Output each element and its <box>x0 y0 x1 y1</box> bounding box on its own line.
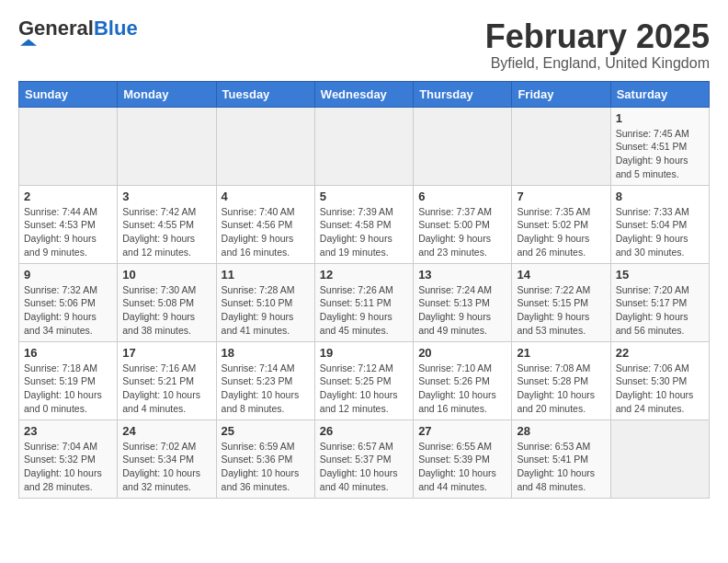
calendar-cell: 11Sunrise: 7:28 AM Sunset: 5:10 PM Dayli… <box>216 263 314 341</box>
calendar-cell: 20Sunrise: 7:10 AM Sunset: 5:26 PM Dayli… <box>414 341 512 419</box>
calendar-week-row: 2Sunrise: 7:44 AM Sunset: 4:53 PM Daylig… <box>19 185 710 263</box>
day-number: 24 <box>122 424 210 438</box>
day-info: Sunrise: 7:20 AM Sunset: 5:17 PM Dayligh… <box>616 283 704 338</box>
day-number: 19 <box>320 346 408 360</box>
day-info: Sunrise: 7:04 AM Sunset: 5:32 PM Dayligh… <box>24 440 112 494</box>
weekday-header: Sunday <box>19 81 118 107</box>
logo-icon <box>20 35 37 52</box>
calendar-cell: 26Sunrise: 6:57 AM Sunset: 5:37 PM Dayli… <box>314 419 413 498</box>
page-header: GeneralBlue February 2025 Byfield, Engla… <box>18 18 710 72</box>
calendar-cell: 4Sunrise: 7:40 AM Sunset: 4:56 PM Daylig… <box>216 185 314 263</box>
calendar-cell: 19Sunrise: 7:12 AM Sunset: 5:25 PM Dayli… <box>314 341 413 419</box>
day-info: Sunrise: 6:55 AM Sunset: 5:39 PM Dayligh… <box>418 440 506 494</box>
day-info: Sunrise: 7:39 AM Sunset: 4:58 PM Dayligh… <box>320 205 408 259</box>
day-number: 17 <box>122 346 210 360</box>
calendar-cell: 6Sunrise: 7:37 AM Sunset: 5:00 PM Daylig… <box>414 185 512 263</box>
calendar-cell: 1Sunrise: 7:45 AM Sunset: 4:51 PM Daylig… <box>610 107 709 185</box>
weekday-header: Friday <box>512 81 610 107</box>
svg-marker-0 <box>20 40 37 46</box>
calendar-cell: 14Sunrise: 7:22 AM Sunset: 5:15 PM Dayli… <box>512 263 610 341</box>
day-number: 13 <box>418 268 506 282</box>
day-number: 9 <box>24 268 112 282</box>
day-info: Sunrise: 7:42 AM Sunset: 4:55 PM Dayligh… <box>122 205 210 259</box>
day-number: 6 <box>418 190 506 203</box>
day-number: 28 <box>517 424 605 438</box>
day-number: 26 <box>320 424 408 438</box>
day-info: Sunrise: 6:53 AM Sunset: 5:41 PM Dayligh… <box>517 440 605 494</box>
calendar-cell: 24Sunrise: 7:02 AM Sunset: 5:34 PM Dayli… <box>118 419 216 498</box>
logo-blue: Blue <box>94 17 138 40</box>
calendar-cell: 12Sunrise: 7:26 AM Sunset: 5:11 PM Dayli… <box>314 263 413 341</box>
calendar-cell: 5Sunrise: 7:39 AM Sunset: 4:58 PM Daylig… <box>314 185 413 263</box>
day-info: Sunrise: 7:14 AM Sunset: 5:23 PM Dayligh… <box>222 362 310 416</box>
calendar-cell <box>118 107 216 185</box>
calendar-cell: 8Sunrise: 7:33 AM Sunset: 5:04 PM Daylig… <box>610 185 709 263</box>
weekday-header: Monday <box>118 81 216 107</box>
calendar-cell: 2Sunrise: 7:44 AM Sunset: 4:53 PM Daylig… <box>19 185 118 263</box>
calendar-cell: 9Sunrise: 7:32 AM Sunset: 5:06 PM Daylig… <box>19 263 118 341</box>
calendar-cell: 10Sunrise: 7:30 AM Sunset: 5:08 PM Dayli… <box>118 263 216 341</box>
weekday-header: Wednesday <box>314 81 413 107</box>
day-number: 21 <box>517 346 605 360</box>
calendar-cell: 23Sunrise: 7:04 AM Sunset: 5:32 PM Dayli… <box>19 419 118 498</box>
day-number: 25 <box>222 424 310 438</box>
calendar-cell: 17Sunrise: 7:16 AM Sunset: 5:21 PM Dayli… <box>118 341 216 419</box>
calendar-cell: 13Sunrise: 7:24 AM Sunset: 5:13 PM Dayli… <box>414 263 512 341</box>
day-info: Sunrise: 7:32 AM Sunset: 5:06 PM Dayligh… <box>24 283 112 338</box>
day-number: 10 <box>122 268 210 282</box>
day-info: Sunrise: 7:18 AM Sunset: 5:19 PM Dayligh… <box>24 362 112 416</box>
calendar-table: SundayMondayTuesdayWednesdayThursdayFrid… <box>18 81 710 499</box>
calendar-cell: 7Sunrise: 7:35 AM Sunset: 5:02 PM Daylig… <box>512 185 610 263</box>
month-title: February 2025 <box>485 18 710 55</box>
day-number: 5 <box>320 190 408 203</box>
calendar-cell: 22Sunrise: 7:06 AM Sunset: 5:30 PM Dayli… <box>610 341 709 419</box>
day-number: 1 <box>616 111 704 125</box>
day-info: Sunrise: 7:40 AM Sunset: 4:56 PM Dayligh… <box>222 205 310 259</box>
day-number: 20 <box>418 346 506 360</box>
calendar-cell: 16Sunrise: 7:18 AM Sunset: 5:19 PM Dayli… <box>19 341 118 419</box>
day-number: 12 <box>320 268 408 282</box>
calendar-cell <box>610 419 709 498</box>
day-info: Sunrise: 7:26 AM Sunset: 5:11 PM Dayligh… <box>320 283 408 338</box>
day-info: Sunrise: 7:33 AM Sunset: 5:04 PM Dayligh… <box>616 205 704 259</box>
calendar-week-row: 9Sunrise: 7:32 AM Sunset: 5:06 PM Daylig… <box>19 263 710 341</box>
calendar-week-row: 23Sunrise: 7:04 AM Sunset: 5:32 PM Dayli… <box>19 419 710 498</box>
day-info: Sunrise: 7:22 AM Sunset: 5:15 PM Dayligh… <box>517 283 605 338</box>
day-number: 22 <box>616 346 704 360</box>
day-info: Sunrise: 7:16 AM Sunset: 5:21 PM Dayligh… <box>122 362 210 416</box>
day-number: 27 <box>418 424 506 438</box>
day-info: Sunrise: 7:08 AM Sunset: 5:28 PM Dayligh… <box>517 362 605 416</box>
day-info: Sunrise: 7:30 AM Sunset: 5:08 PM Dayligh… <box>122 283 210 338</box>
calendar-cell: 21Sunrise: 7:08 AM Sunset: 5:28 PM Dayli… <box>512 341 610 419</box>
day-number: 16 <box>24 346 112 360</box>
day-info: Sunrise: 7:02 AM Sunset: 5:34 PM Dayligh… <box>122 440 210 494</box>
location: Byfield, England, United Kingdom <box>485 55 710 72</box>
day-number: 11 <box>222 268 310 282</box>
day-info: Sunrise: 7:10 AM Sunset: 5:26 PM Dayligh… <box>418 362 506 416</box>
day-number: 14 <box>517 268 605 282</box>
weekday-header: Saturday <box>610 81 709 107</box>
title-block: February 2025 Byfield, England, United K… <box>485 18 710 72</box>
day-number: 8 <box>616 190 704 203</box>
day-info: Sunrise: 7:24 AM Sunset: 5:13 PM Dayligh… <box>418 283 506 338</box>
day-number: 4 <box>222 190 310 203</box>
calendar-header-row: SundayMondayTuesdayWednesdayThursdayFrid… <box>19 81 710 107</box>
day-info: Sunrise: 6:57 AM Sunset: 5:37 PM Dayligh… <box>320 440 408 494</box>
calendar-cell: 3Sunrise: 7:42 AM Sunset: 4:55 PM Daylig… <box>118 185 216 263</box>
calendar-cell <box>216 107 314 185</box>
day-info: Sunrise: 7:28 AM Sunset: 5:10 PM Dayligh… <box>222 283 310 338</box>
calendar-cell <box>512 107 610 185</box>
calendar-week-row: 16Sunrise: 7:18 AM Sunset: 5:19 PM Dayli… <box>19 341 710 419</box>
day-info: Sunrise: 7:37 AM Sunset: 5:00 PM Dayligh… <box>418 205 506 259</box>
calendar-cell <box>19 107 118 185</box>
calendar-week-row: 1Sunrise: 7:45 AM Sunset: 4:51 PM Daylig… <box>19 107 710 185</box>
day-number: 2 <box>24 190 112 203</box>
day-info: Sunrise: 7:12 AM Sunset: 5:25 PM Dayligh… <box>320 362 408 416</box>
day-number: 3 <box>122 190 210 203</box>
calendar-cell: 15Sunrise: 7:20 AM Sunset: 5:17 PM Dayli… <box>610 263 709 341</box>
weekday-header: Thursday <box>414 81 512 107</box>
day-info: Sunrise: 7:06 AM Sunset: 5:30 PM Dayligh… <box>616 362 704 416</box>
calendar-cell: 28Sunrise: 6:53 AM Sunset: 5:41 PM Dayli… <box>512 419 610 498</box>
day-info: Sunrise: 6:59 AM Sunset: 5:36 PM Dayligh… <box>222 440 310 494</box>
calendar-cell: 27Sunrise: 6:55 AM Sunset: 5:39 PM Dayli… <box>414 419 512 498</box>
